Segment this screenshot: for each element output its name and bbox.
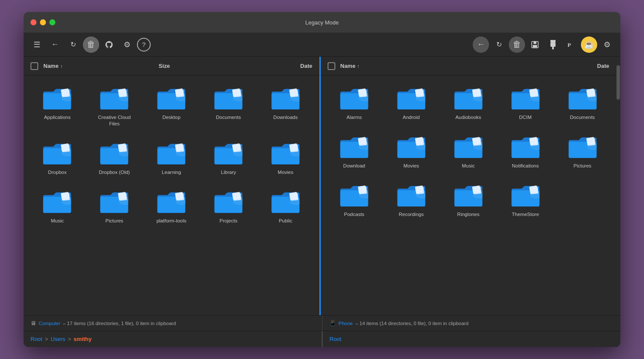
list-item[interactable]: Movies [384, 129, 438, 174]
list-item[interactable]: Public [259, 184, 313, 229]
delete-button-right[interactable]: 🗑 [509, 37, 525, 53]
list-item[interactable]: Recordings [384, 178, 438, 223]
list-item[interactable]: Download [328, 129, 381, 174]
right-scrollbar[interactable] [616, 57, 620, 315]
list-item[interactable]: Ringtones [441, 178, 495, 223]
toolbar: ☰ ← ↻ 🗑 ⚙ ? ← ↻ 🗑 P ☕ ⚙ [24, 33, 620, 57]
list-item[interactable]: ThemeStore [498, 178, 552, 223]
right-file-grid: Alarms Android Audiobooks DCIM [328, 81, 610, 223]
right-file-list: Alarms Android Audiobooks DCIM [321, 76, 617, 315]
folder-icon [213, 86, 244, 112]
right-select-all[interactable] [328, 62, 335, 70]
right-breadcrumb: Root [323, 331, 621, 347]
list-item[interactable]: Alarms [328, 81, 381, 126]
file-label: Pictures [106, 218, 124, 224]
status-bar: 🖥 Computer – 17 items (16 directories, 1… [24, 315, 620, 331]
breadcrumb-item[interactable]: Root [330, 336, 341, 342]
refresh-button-right[interactable]: ↻ [491, 37, 507, 53]
list-item[interactable]: Audiobooks [441, 81, 495, 126]
delete-button[interactable]: 🗑 [83, 37, 99, 53]
github-button[interactable] [101, 37, 117, 53]
list-item[interactable]: Documents [556, 81, 609, 126]
right-status-text: – 14 items (14 directories, 0 file), 0 i… [355, 321, 468, 326]
computer-link[interactable]: Computer [39, 321, 61, 326]
svg-rect-5 [554, 40, 556, 43]
back-button[interactable]: ← [47, 37, 63, 53]
folder-icon [42, 141, 73, 167]
svg-rect-7 [552, 47, 554, 49]
list-item[interactable]: Learning [145, 136, 198, 181]
svg-rect-38 [290, 193, 298, 201]
svg-rect-56 [530, 138, 538, 146]
breadcrumb-item[interactable]: smithy [74, 336, 92, 342]
folder-icon [156, 86, 187, 112]
settings-button-right[interactable]: ⚙ [599, 37, 615, 53]
list-item[interactable]: Dropbox [30, 136, 84, 181]
list-item[interactable]: Documents [202, 81, 255, 132]
folder-icon [270, 189, 301, 215]
list-item[interactable]: Music [441, 129, 495, 174]
right-date-header[interactable]: Date [597, 63, 609, 69]
list-item[interactable]: Movies [259, 136, 313, 181]
svg-rect-2 [533, 45, 537, 47]
avatar-button[interactable]: ☕ [581, 37, 597, 53]
right-status: 📱 Phone – 14 items (14 directories, 0 fi… [322, 316, 621, 331]
list-item[interactable]: Desktop [145, 81, 198, 132]
svg-rect-16 [233, 90, 241, 97]
file-label: Documents [570, 114, 595, 121]
close-button[interactable] [30, 19, 36, 25]
list-item[interactable]: Music [30, 184, 84, 229]
list-item[interactable]: DCIM [498, 81, 552, 126]
left-name-header[interactable]: Name ↑ [43, 63, 63, 69]
folder-icon [270, 86, 301, 112]
file-label: Music [51, 218, 64, 224]
folder-icon [156, 141, 187, 167]
toolbar-right: ← ↻ 🗑 P ☕ ⚙ [473, 37, 615, 53]
breadcrumb-item[interactable]: Users [51, 336, 65, 342]
refresh-button[interactable]: ↻ [65, 37, 81, 53]
list-item[interactable]: Projects [202, 184, 255, 229]
title-bar: Legacy Mode [24, 12, 620, 33]
list-item[interactable]: Podcasts [328, 178, 381, 223]
svg-rect-60 [358, 186, 367, 194]
list-item[interactable]: Creative Cloud Files [88, 81, 141, 132]
svg-rect-66 [530, 186, 538, 194]
svg-rect-44 [473, 90, 481, 97]
save-button[interactable] [527, 37, 543, 53]
list-item[interactable]: platform-tools [145, 184, 198, 229]
list-item[interactable]: Notifications [498, 129, 552, 174]
left-size-header[interactable]: Size [159, 63, 170, 69]
svg-rect-20 [62, 144, 70, 152]
maximize-button[interactable] [49, 19, 55, 25]
folder-icon [99, 141, 130, 167]
list-item[interactable]: Android [384, 81, 438, 126]
menu-button[interactable]: ☰ [29, 37, 45, 53]
right-name-header[interactable]: Name ↑ [340, 63, 360, 69]
folder-icon [339, 183, 370, 209]
svg-rect-32 [119, 193, 127, 201]
help-button[interactable]: ? [137, 38, 151, 52]
svg-rect-24 [176, 144, 184, 152]
right-pane: Name ↑ Date Alarms Android [321, 57, 617, 315]
back-button-right[interactable]: ← [473, 37, 489, 53]
svg-rect-36 [233, 193, 241, 201]
settings-button-left[interactable]: ⚙ [119, 37, 135, 53]
left-select-all[interactable] [30, 62, 38, 70]
file-label: Music [462, 163, 475, 169]
svg-rect-14 [176, 90, 184, 97]
list-item[interactable]: Pictures [556, 129, 609, 174]
list-item[interactable]: Applications [30, 81, 84, 132]
list-item[interactable]: Dropbox (Old) [88, 136, 141, 181]
svg-rect-42 [416, 90, 424, 97]
svg-rect-28 [290, 144, 298, 152]
list-item[interactable]: Pictures [88, 184, 141, 229]
folder-icon [339, 86, 370, 112]
connect-button[interactable] [545, 37, 561, 53]
list-item[interactable]: Downloads [259, 81, 313, 132]
paypal-button[interactable]: P [563, 37, 579, 53]
breadcrumb-item[interactable]: Root [30, 336, 42, 342]
phone-link[interactable]: Phone [339, 321, 353, 326]
minimize-button[interactable] [40, 19, 46, 25]
list-item[interactable]: Library [202, 136, 255, 181]
left-date-header[interactable]: Date [300, 63, 312, 69]
